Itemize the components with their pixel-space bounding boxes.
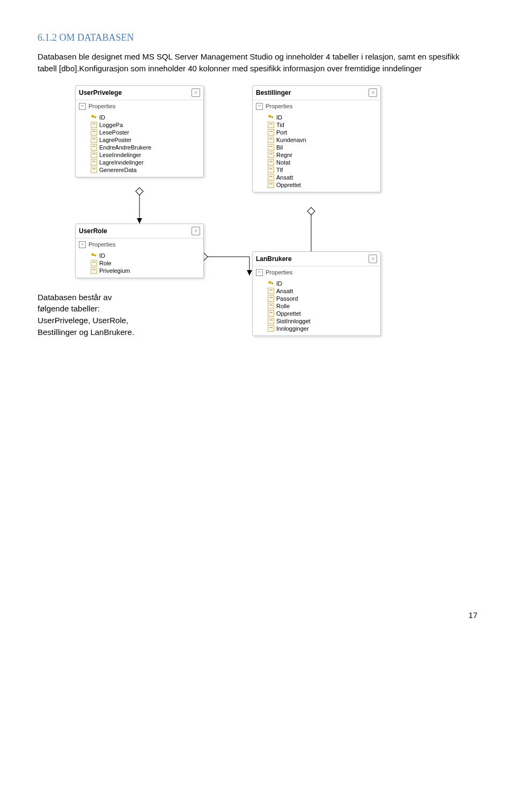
column-name: Notat xyxy=(276,159,290,166)
column-name: Privelegium xyxy=(99,267,130,274)
column-row: Innlogginger xyxy=(268,325,380,332)
primary-key-icon xyxy=(91,252,97,259)
section-toggle[interactable]: − xyxy=(256,269,263,276)
table-bestillinger: Bestillinger ☼ − Properties IDTidPortKun… xyxy=(252,85,381,192)
svg-rect-9 xyxy=(307,207,315,214)
column-name: Kundenavn xyxy=(276,137,306,143)
column-name: ID xyxy=(99,252,105,259)
column-name: Ansatt xyxy=(276,288,293,294)
svg-marker-1 xyxy=(137,218,142,224)
column-icon xyxy=(91,159,97,166)
section-toggle[interactable]: − xyxy=(256,103,263,110)
column-icon xyxy=(91,167,97,173)
column-row: Ansatt xyxy=(268,174,380,181)
properties-label: Properties xyxy=(266,103,292,109)
column-row: EndreAndreBrukere xyxy=(91,144,203,151)
column-name: LeseInndelinger xyxy=(99,152,141,158)
column-name: Port xyxy=(276,129,287,136)
column-name: Role xyxy=(99,260,112,266)
column-icon xyxy=(91,129,97,136)
column-list: IDAnsattPassordRolleOpprettetSistInnlogg… xyxy=(253,279,380,336)
column-row: Port xyxy=(268,129,380,136)
column-name: Passord xyxy=(276,295,298,302)
paragraph-intro: Databasen ble designet med MS SQL Server… xyxy=(38,51,477,75)
column-icon xyxy=(268,122,274,128)
table-title: LanBrukere xyxy=(256,255,292,263)
column-row: Tlf xyxy=(268,166,380,174)
column-icon xyxy=(91,137,97,143)
column-row: Tid xyxy=(268,121,380,129)
table-title: Bestillinger xyxy=(256,89,291,96)
column-row: ID xyxy=(91,252,203,259)
column-row: Regnr xyxy=(268,151,380,159)
column-name: Opprettet xyxy=(276,182,301,188)
column-icon xyxy=(268,288,274,294)
column-icon xyxy=(91,152,97,158)
db-diagram: UserPrivelege ☼ − Properties IDLoggePaLe… xyxy=(64,85,408,385)
section-heading: 6.1.2 OM DATABASEN xyxy=(38,32,477,43)
column-row: Rolle xyxy=(268,302,380,310)
column-name: Regnr xyxy=(276,152,292,158)
column-icon xyxy=(268,159,274,166)
column-name: Innlogginger xyxy=(276,325,309,332)
column-name: Rolle xyxy=(276,303,290,309)
column-icon xyxy=(268,174,274,181)
column-icon xyxy=(268,318,274,324)
column-name: Ansatt xyxy=(276,174,293,181)
column-name: LoggePa xyxy=(99,122,123,128)
section-toggle[interactable]: − xyxy=(79,103,86,110)
column-icon xyxy=(268,167,274,173)
column-icon xyxy=(268,295,274,302)
column-list: IDTidPortKundenavnBilRegnrNotatTlfAnsatt… xyxy=(253,113,380,192)
table-userrole: UserRole ☼ − Properties IDRolePrivelegiu… xyxy=(75,224,204,278)
column-name: Tlf xyxy=(276,167,283,173)
column-icon xyxy=(91,267,97,274)
column-icon xyxy=(91,122,97,128)
collapse-icon[interactable]: ☼ xyxy=(192,227,200,235)
table-userprivelege: UserPrivelege ☼ − Properties IDLoggePaLe… xyxy=(75,85,204,177)
collapse-icon[interactable]: ☼ xyxy=(369,255,377,263)
svg-rect-18 xyxy=(95,255,96,256)
column-list: IDLoggePaLesePosterLagrePosterEndreAndre… xyxy=(76,113,203,177)
column-name: ID xyxy=(276,280,282,287)
page-number: 17 xyxy=(38,610,477,620)
column-list: IDRolePrivelegium xyxy=(76,251,203,278)
svg-rect-12 xyxy=(95,116,96,118)
column-row: GenerereData xyxy=(91,166,203,174)
column-row: Role xyxy=(91,259,203,267)
column-name: GenerereData xyxy=(99,167,137,173)
primary-key-icon xyxy=(268,280,274,287)
column-row: Opprettet xyxy=(268,181,380,189)
column-row: LagreInndelinger xyxy=(91,159,203,166)
column-row: Passord xyxy=(268,295,380,302)
collapse-icon[interactable]: ☼ xyxy=(369,88,377,97)
column-icon xyxy=(268,310,274,317)
column-icon xyxy=(268,182,274,188)
column-icon xyxy=(91,144,97,151)
column-row: Bil xyxy=(268,144,380,151)
column-name: LagrePoster xyxy=(99,137,131,143)
column-row: LoggePa xyxy=(91,121,203,129)
column-icon xyxy=(91,260,97,266)
section-toggle[interactable]: − xyxy=(79,241,86,248)
column-name: Tid xyxy=(276,122,284,128)
column-row: ID xyxy=(268,114,380,121)
column-name: SistInnlogget xyxy=(276,318,311,324)
collapse-icon[interactable]: ☼ xyxy=(192,88,200,97)
column-icon xyxy=(268,325,274,332)
column-icon xyxy=(268,144,274,151)
column-row: LagrePoster xyxy=(91,136,203,144)
column-row: Notat xyxy=(268,159,380,166)
table-title: UserPrivelege xyxy=(79,89,122,96)
column-row: Ansatt xyxy=(268,287,380,295)
column-icon xyxy=(268,303,274,309)
column-name: LagreInndelinger xyxy=(99,159,144,166)
svg-rect-21 xyxy=(272,282,273,284)
column-name: EndreAndreBrukere xyxy=(99,144,151,151)
properties-label: Properties xyxy=(89,241,115,248)
column-name: ID xyxy=(99,114,105,121)
column-row: LesePoster xyxy=(91,129,203,136)
column-row: Kundenavn xyxy=(268,136,380,144)
svg-rect-15 xyxy=(272,116,273,118)
properties-label: Properties xyxy=(89,103,115,109)
